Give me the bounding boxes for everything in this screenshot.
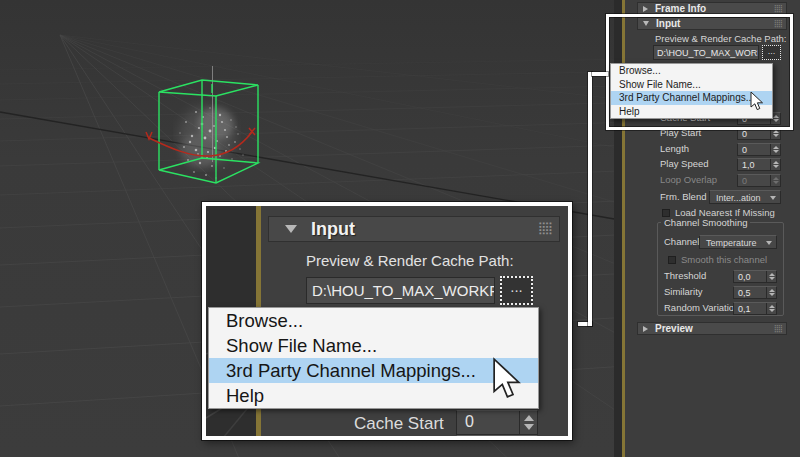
param-field[interactable]: 0,5 bbox=[733, 286, 777, 299]
spinner-up-icon bbox=[773, 177, 779, 180]
inset-cache-start-label: Cache Start bbox=[354, 414, 444, 434]
inset-rollout-input[interactable]: Input ⣿⣿ bbox=[268, 216, 560, 242]
callout-connector-line bbox=[588, 72, 592, 326]
channel-smoothing-group: Channel Smoothing Channel Temperature Sm… bbox=[657, 222, 784, 316]
inset-cache-start-field[interactable]: 0 bbox=[456, 410, 538, 435]
spinner-up-icon[interactable] bbox=[524, 415, 534, 421]
param-label: Length bbox=[660, 143, 689, 154]
spinner[interactable] bbox=[519, 436, 537, 440]
smooth-channel-checkbox-row: Smooth this channel bbox=[668, 254, 767, 265]
menu-item-show-file-name[interactable]: Show File Name... bbox=[611, 78, 772, 92]
param-row-play-speed: Play Speed 1,0 bbox=[614, 158, 800, 172]
param-row-similarity: Similarity 0,5 bbox=[658, 286, 783, 300]
param-label: Random Variation bbox=[664, 302, 739, 313]
menu-item-help[interactable]: Help bbox=[611, 105, 772, 119]
spinner[interactable] bbox=[766, 271, 776, 282]
rollout-title: Input bbox=[311, 219, 355, 240]
spinner-down-icon[interactable] bbox=[769, 309, 775, 312]
dropdown-arrow-icon bbox=[766, 241, 772, 245]
checkbox-icon[interactable] bbox=[662, 209, 670, 217]
rollout-title: Frame Info bbox=[655, 3, 706, 14]
param-row-frame-blend: Frm. Blend Inter...ation bbox=[614, 191, 800, 205]
spinner-up-icon[interactable] bbox=[773, 161, 779, 164]
spinner-up-icon[interactable] bbox=[769, 289, 775, 292]
spinner-down-icon[interactable] bbox=[524, 424, 534, 430]
spinner[interactable] bbox=[770, 144, 780, 155]
menu-item-3rd-party-channel-mappings[interactable]: 3rd Party Channel Mappings... bbox=[209, 358, 538, 383]
grip-icon[interactable]: ⣿⣿ bbox=[774, 5, 782, 13]
menu-item-help[interactable]: Help bbox=[209, 383, 538, 408]
collapsed-arrow-icon bbox=[643, 326, 648, 332]
param-field[interactable]: 0,0 bbox=[733, 270, 777, 283]
cursor-icon bbox=[750, 91, 764, 112]
dropdown-arrow-icon bbox=[770, 196, 776, 200]
param-row-loop-overlap: Loop Overlap 0 bbox=[614, 174, 800, 188]
magnified-inset: Input ⣿⣿ Preview & Render Cache Path: D:… bbox=[202, 202, 572, 440]
inset-play-start-field[interactable]: 0 bbox=[456, 435, 538, 440]
spinner-down-icon[interactable] bbox=[773, 165, 779, 168]
inset-cache-path-label: Preview & Render Cache Path: bbox=[306, 252, 514, 269]
grip-icon[interactable]: ⣿⣿ bbox=[774, 325, 782, 333]
spinner bbox=[770, 175, 780, 186]
checkbox-icon bbox=[668, 256, 676, 264]
param-field[interactable]: 0 bbox=[737, 143, 781, 156]
param-row-threshold: Threshold 0,0 bbox=[658, 270, 783, 284]
inset-cache-path-field[interactable]: D:\HOU_TO_MAX_WORKF bbox=[306, 277, 495, 304]
spinner-up-icon[interactable] bbox=[769, 305, 775, 308]
cursor-icon bbox=[492, 357, 522, 402]
group-title: Channel Smoothing bbox=[661, 217, 750, 228]
inset-browse-button[interactable]: ... bbox=[500, 276, 533, 305]
param-row-random-variation: Random Variation 0,1 bbox=[658, 302, 783, 316]
grip-icon[interactable]: ⣿⣿ bbox=[537, 222, 551, 235]
collapsed-arrow-icon bbox=[643, 6, 648, 12]
spinner-down-icon[interactable] bbox=[773, 134, 779, 137]
screenshot-root: Frame Info ⣿⣿ Input ⣿⣿ Preview & Render … bbox=[0, 0, 800, 457]
spinner-up-icon[interactable] bbox=[773, 146, 779, 149]
param-label: Threshold bbox=[664, 270, 706, 281]
inset-context-menu: Browse... Show File Name... 3rd Party Ch… bbox=[208, 307, 539, 409]
menu-item-show-file-name[interactable]: Show File Name... bbox=[209, 333, 538, 358]
inset-play-start-label: Play Start bbox=[354, 438, 428, 440]
spinner[interactable] bbox=[766, 287, 776, 298]
menu-item-3rd-party-channel-mappings[interactable]: 3rd Party Channel Mappings... bbox=[611, 91, 772, 105]
param-row-length: Length 0 bbox=[614, 143, 800, 157]
rollout-title: Preview bbox=[655, 323, 693, 334]
callout-connector-line bbox=[592, 72, 608, 76]
param-label: Play Speed bbox=[660, 158, 709, 169]
spinner-down-icon[interactable] bbox=[769, 277, 775, 280]
spinner-up-icon[interactable] bbox=[773, 130, 779, 133]
expanded-arrow-icon bbox=[285, 225, 297, 233]
param-field: 0 bbox=[737, 174, 781, 187]
menu-item-browse[interactable]: Browse... bbox=[209, 308, 538, 333]
spinner[interactable] bbox=[766, 303, 776, 314]
spinner[interactable] bbox=[770, 159, 780, 170]
spinner-down-icon bbox=[773, 181, 779, 184]
channel-dropdown[interactable]: Temperature bbox=[699, 235, 777, 249]
spinner-down-icon[interactable] bbox=[773, 150, 779, 153]
param-label: Channel bbox=[664, 236, 699, 247]
param-label: Loop Overlap bbox=[660, 174, 717, 185]
inset-cache-path-value: D:\HOU_TO_MAX_WORKF bbox=[312, 282, 495, 299]
context-menu: Browse... Show File Name... 3rd Party Ch… bbox=[610, 63, 773, 119]
frame-blend-dropdown[interactable]: Inter...ation bbox=[709, 190, 781, 204]
param-field[interactable]: 0,1 bbox=[733, 302, 777, 315]
spinner-up-icon[interactable] bbox=[769, 273, 775, 276]
param-label: Similarity bbox=[664, 286, 703, 297]
param-row-channel: Channel Temperature bbox=[658, 236, 783, 250]
param-label: Frm. Blend bbox=[660, 191, 706, 202]
param-field[interactable]: 1,0 bbox=[737, 158, 781, 171]
rollout-preview[interactable]: Preview ⣿⣿ bbox=[637, 322, 787, 335]
spinner-down-icon[interactable] bbox=[769, 293, 775, 296]
spinner[interactable] bbox=[519, 411, 537, 434]
menu-item-browse[interactable]: Browse... bbox=[611, 64, 772, 78]
